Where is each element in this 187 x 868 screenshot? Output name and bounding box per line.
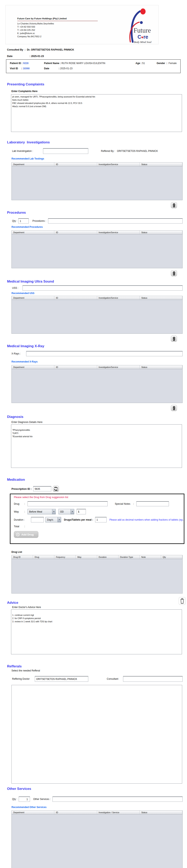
trash-outline-icon [180,598,185,604]
date-label: Date [7,55,30,58]
medication-heading: Medication [7,478,187,482]
other-qty-label: Qty : [12,798,17,801]
other-qty-input[interactable] [19,797,30,802]
consultant-input[interactable] [123,676,183,682]
clinic-header-card: Future Care by Future Holdings (Pty) Lim… [5,5,159,44]
company-phone-2: T: +24 84 225 252 [17,29,35,31]
procedures-heading: Procedures [7,211,187,215]
column-header[interactable]: Note [140,555,161,559]
column-header[interactable]: ID [54,811,97,814]
recommended-procedures-link[interactable]: Recommended Procedures [11,225,187,228]
patient-name-label: Patient Name : [44,62,62,65]
column-header[interactable]: ID [54,230,97,234]
column-header[interactable]: Status [140,230,182,234]
column-header[interactable]: Department [12,296,54,300]
advice-textarea[interactable]: 1. continue current mgt 2. for CRP if sy… [11,610,182,654]
presenting-complaints-heading: Presenting Complaints [7,82,187,86]
procedures-input[interactable] [48,218,183,223]
patient-info-box: Patient ID : 9228 Patient Name : RUTH RO… [6,59,181,73]
reffering-doctor-input[interactable] [35,676,88,682]
column-header[interactable]: ID [54,296,97,300]
lab-table-header: DepartmentIDInvestigation/ServiceStatus [12,162,182,166]
lab-investigation-label: Lab Investingation : [12,150,43,152]
frequency-qty-input[interactable] [77,509,86,514]
column-header[interactable]: Status [140,365,182,369]
column-header[interactable]: Qty [161,555,182,559]
column-header[interactable]: Drug ID [12,555,33,559]
consulted-by-line: Consulted By : Dr. ORITSETSETOS RAPHAEL … [7,48,187,51]
refferals-listbox[interactable] [11,685,182,784]
duration-input[interactable] [31,517,44,522]
column-header[interactable]: Duration Type [118,555,140,559]
column-header[interactable]: Investigation/Service [97,230,140,234]
frequency-select[interactable]: OD▼ [59,509,74,514]
column-header[interactable]: Department [12,811,54,814]
column-header[interactable]: Investigation / Service [97,811,140,814]
uss-table-body[interactable] [12,300,182,334]
drug-list-label: Drug List [11,551,187,553]
column-header[interactable]: Department [12,230,54,234]
plus-circle-icon: + [16,533,20,536]
prescription-id-input[interactable] [33,486,51,491]
recommended-xray-link[interactable]: Recommended X-Rays [11,360,187,363]
clear-xray-button[interactable] [171,405,177,411]
meal-select[interactable]: Before Meal▼ [28,509,56,514]
decimal-helper-text: Please add as decimal numbers when addin… [109,518,184,521]
clear-drug-list-button[interactable] [179,597,186,605]
colon: : [24,510,28,513]
add-drug-button[interactable]: + Add Drug [14,531,38,538]
column-header[interactable]: Status [140,811,182,814]
column-header[interactable]: Investigation/Service [97,162,140,166]
special-notes-input[interactable] [136,501,169,506]
other-services-input[interactable] [52,797,183,802]
diagnosis-sub-label: Enter Diagnosis Details Here [11,421,187,424]
column-header[interactable]: Investigation/Service [97,365,140,369]
refresh-icon [54,487,58,491]
xray-input[interactable] [26,351,183,356]
consultation-date-line: Date: 2025-01-23 [7,55,187,58]
drug-input[interactable] [28,501,108,506]
column-header[interactable]: Way [76,555,97,559]
column-header[interactable]: Duration [97,555,118,559]
column-header[interactable]: Fequency [54,555,76,559]
xray-table-body[interactable] [12,369,182,403]
column-header[interactable]: Investigation/Service [97,296,140,300]
xray-label: X-Rays : [11,352,26,355]
column-header[interactable]: Status [140,162,182,166]
recommended-uss-link[interactable]: Recommended USS [11,292,187,294]
logo-word-care: C♥re [138,34,148,40]
company-email: E: jude@future.sc [17,32,35,34]
diagnosis-textarea[interactable]: ?Pharyngotonsilitis ?URTI ?Essential art… [11,424,182,468]
column-header[interactable]: ID [54,162,97,166]
column-header[interactable]: ID [54,365,97,369]
drug-label: Drug [14,502,24,505]
uss-heading: Medical Imaging Ultra Sound [7,280,187,284]
column-header[interactable]: Department [12,162,54,166]
column-header[interactable]: Drug [33,555,54,559]
lab-table-body[interactable] [12,166,182,200]
recommended-other-services-link[interactable]: Recommended Other Services [11,806,187,809]
gender-value: Female [169,62,177,65]
company-phone-1: T: +24 82 593 593 [17,26,35,28]
logo-tagline: Body Mind Soul [134,40,151,43]
lab-investigation-input[interactable] [43,148,88,154]
per-meal-input[interactable] [95,517,107,522]
recommended-lab-link[interactable]: Recommended Lab Testings [11,157,187,160]
complaints-textarea[interactable]: pt seen, managed for URTI, ?Pharyngotons… [11,94,182,132]
trash-icon [172,203,176,208]
clear-uss-button[interactable] [171,336,177,342]
column-header[interactable]: Status [140,296,182,300]
duration-type-select[interactable]: Day/s▼ [45,517,61,522]
uss-input[interactable] [23,285,183,290]
drug-list-table-body[interactable] [12,559,182,593]
procedures-label: Procedures : [32,219,46,222]
refresh-prescription-button[interactable] [53,486,59,492]
procedures-table-body[interactable] [12,235,182,268]
clear-lab-button[interactable] [171,202,177,208]
column-header[interactable]: Department [12,365,54,369]
procedures-table-header: DepartmentIDInvestigation/ServiceStatus [12,230,182,235]
procedures-qty-input[interactable] [18,218,29,223]
other-services-table-body[interactable] [12,814,182,868]
clear-procedures-button[interactable] [171,270,177,276]
reffering-doctor-label: Reffering Doctor [12,678,35,680]
